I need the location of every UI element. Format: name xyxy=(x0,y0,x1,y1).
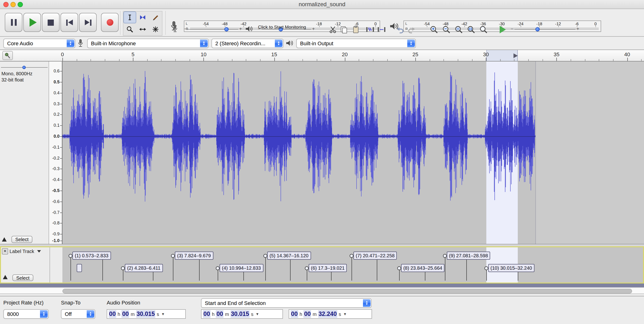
timeline-tick-label: 30 xyxy=(483,52,489,57)
collapse-track-button[interactable] xyxy=(2,237,7,242)
time-unit: h xyxy=(116,311,122,316)
horizontal-scrollbar[interactable] xyxy=(0,287,644,294)
timeline-tick xyxy=(119,59,119,61)
dropdown-arrow-icon: ▾ xyxy=(256,312,258,316)
recording-channels-select[interactable]: 2 (Stereo) Recordin... ▲▼ xyxy=(212,38,284,48)
timeline-selection-band[interactable] xyxy=(486,50,518,61)
playback-device-select[interactable]: Built-in Output ▲▼ xyxy=(296,38,416,48)
play-speed-slider[interactable]: − + xyxy=(511,25,579,33)
close-track-button[interactable]: ✕ xyxy=(2,248,8,254)
time-unit: h xyxy=(210,311,216,316)
label-start-handle[interactable] xyxy=(216,266,220,270)
skip-to-start-button[interactable] xyxy=(60,13,78,32)
skip-to-end-button[interactable] xyxy=(79,13,97,32)
label-start-handle[interactable] xyxy=(68,254,72,258)
label-item[interactable]: (6) 17.3–19.021 xyxy=(309,264,347,272)
label-start-handle[interactable] xyxy=(350,254,354,258)
title-bar[interactable]: normalized_sound xyxy=(0,0,644,9)
track-control-panel[interactable]: Mono, 8000Hz 32-bit float Select xyxy=(0,62,49,244)
label-item[interactable]: (10) 30.015–32.240 xyxy=(488,264,534,272)
monitor-text[interactable]: Click to Start Monitoring xyxy=(184,24,380,30)
redo-button[interactable] xyxy=(407,25,417,34)
zoom-toggle-button[interactable] xyxy=(478,25,489,34)
label-item[interactable]: (3) 7.824–9.679 xyxy=(175,252,213,260)
track-select-button[interactable]: Select xyxy=(12,236,32,243)
label-track-control-panel[interactable]: ✕ Label Track Select xyxy=(1,247,50,282)
selection-tool-button[interactable] xyxy=(123,12,136,23)
draw-tool-button[interactable] xyxy=(149,12,162,23)
timeshift-tool-button[interactable] xyxy=(136,23,149,35)
select-chevrons-icon: ▲▼ xyxy=(407,40,415,47)
zoom-in-button[interactable] xyxy=(429,25,439,34)
label-start-handle[interactable] xyxy=(445,256,445,281)
microphone-icon xyxy=(172,25,178,33)
label-item[interactable]: (9) 27.081–28.598 xyxy=(446,252,490,260)
multi-tool-button[interactable] xyxy=(149,23,162,35)
selection-mode-select[interactable]: Start and End of Selection ▲▼ xyxy=(201,298,372,308)
pinned-play-head-button[interactable] xyxy=(2,51,13,60)
skip-end-icon xyxy=(84,19,91,26)
label-start-handle[interactable] xyxy=(173,256,174,281)
envelope-tool-button[interactable] xyxy=(136,12,149,23)
label-track-title-menu[interactable]: Label Track xyxy=(10,249,41,254)
label-start-handle[interactable] xyxy=(397,266,401,270)
label-track-select-button[interactable]: Select xyxy=(12,274,33,281)
label-start-handle[interactable] xyxy=(121,266,125,270)
timeline-tick xyxy=(246,59,246,61)
project-rate-select[interactable]: 8000 ▲▼ xyxy=(3,309,48,319)
waveform-area[interactable] xyxy=(62,62,644,244)
meter-channel-label: R xyxy=(405,27,408,31)
play-button[interactable] xyxy=(23,13,41,32)
label-start-handle[interactable] xyxy=(264,254,267,258)
vertical-ruler[interactable]: 0.60.50.40.30.20.10.0-0.1-0.2-0.3-0.4-0.… xyxy=(49,62,62,244)
label-start-handle[interactable] xyxy=(265,256,266,281)
fit-selection-button[interactable] xyxy=(454,25,464,34)
label-item[interactable]: (5) 14.367–16.120 xyxy=(267,252,311,260)
recording-device-select[interactable]: Built-in Microphone ▲▼ xyxy=(87,38,209,48)
meter-scale-tick xyxy=(427,26,427,27)
timeline-tick-label: 35 xyxy=(554,52,560,57)
audio-position-display[interactable]: 00h00m30.015s▾ xyxy=(107,309,186,319)
waveform-canvas[interactable] xyxy=(62,62,644,244)
timeline-tick xyxy=(218,59,218,61)
scrollbar-thumb[interactable] xyxy=(62,289,632,294)
zoom-tool-button[interactable] xyxy=(123,23,136,35)
time-digits: 00 xyxy=(304,310,311,318)
playhead-arrow-icon[interactable] xyxy=(513,53,518,58)
label-track-content[interactable]: (1) 0.573–2.833(2) 4.283–6.411(3) 7.824–… xyxy=(62,247,643,282)
time-unit: m xyxy=(224,311,230,316)
timeline-ruler[interactable]: 0510152025303540 xyxy=(0,50,644,62)
snap-to-select[interactable]: Off ▲▼ xyxy=(61,309,95,319)
label-start-handle[interactable] xyxy=(443,254,446,258)
label-item[interactable]: (2) 4.283–6.411 xyxy=(125,264,163,272)
label-item[interactable]: (8) 23.843–25.664 xyxy=(401,264,444,272)
label-start-handle[interactable] xyxy=(305,266,309,270)
pause-button[interactable] xyxy=(5,13,22,32)
label-start-handle[interactable] xyxy=(352,256,352,281)
label-item[interactable]: (1) 0.573–2.833 xyxy=(72,252,111,260)
empty-label-box[interactable] xyxy=(76,264,82,272)
label-item[interactable]: (4) 10.994–12.833 xyxy=(220,264,263,272)
label-start-handle[interactable] xyxy=(70,256,71,281)
label-start-handle[interactable] xyxy=(484,266,488,270)
label-start-handle[interactable] xyxy=(171,254,175,258)
collapse-track-button[interactable] xyxy=(3,275,8,279)
undo-button[interactable] xyxy=(394,25,405,34)
audio-host-select[interactable]: Core Audio ▲▼ xyxy=(3,38,75,48)
gain-thumb[interactable] xyxy=(22,66,26,69)
selection-start-display[interactable]: 00h00m30.015s▾ xyxy=(201,309,283,319)
label-item[interactable]: (7) 20.471–22.258 xyxy=(354,252,397,260)
zoom-in-icon xyxy=(430,25,438,34)
project-rate-value: 8000 xyxy=(7,311,19,317)
play-at-speed-button[interactable] xyxy=(497,25,508,34)
zoom-out-button[interactable] xyxy=(441,25,452,34)
selection-end-display[interactable]: 00h00m32.240s▾ xyxy=(289,309,372,319)
fit-project-button[interactable] xyxy=(466,25,476,34)
gain-slider[interactable] xyxy=(1,65,48,69)
timeline-tick xyxy=(288,59,289,61)
vruler-label: -0.3 xyxy=(52,166,60,171)
play-speed-thumb[interactable] xyxy=(536,27,540,32)
record-button[interactable] xyxy=(101,13,118,32)
stop-button[interactable] xyxy=(42,13,60,32)
chevron-down-icon xyxy=(37,250,41,252)
